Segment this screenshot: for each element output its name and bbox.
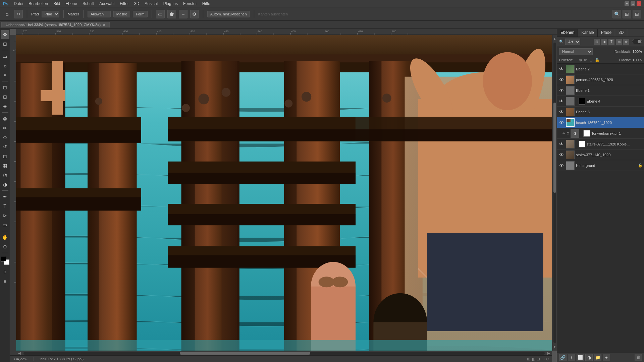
text-tool[interactable]: T bbox=[1, 202, 9, 210]
link-layers-btn[interactable]: 🔗 bbox=[559, 354, 567, 361]
layer-item-stairs-copy[interactable]: 👁 stairs-3771...1920 Kopie... bbox=[557, 139, 644, 149]
menu-fenster[interactable]: Fenster bbox=[183, 1, 197, 6]
layer-item-ebene2[interactable]: 👁 Ebene 2 bbox=[557, 64, 644, 74]
tab-kanaele[interactable]: Kanäle bbox=[578, 29, 597, 37]
workspace-icon[interactable]: ⊞ bbox=[623, 10, 631, 18]
scrollbar-horizontal[interactable]: ◀ ▶ bbox=[16, 351, 552, 355]
menu-3d[interactable]: 3D bbox=[134, 1, 139, 6]
maske-button[interactable]: Maske bbox=[113, 11, 130, 17]
menu-ebene[interactable]: Ebene bbox=[65, 1, 77, 6]
scrollbar-h-track[interactable] bbox=[23, 352, 545, 355]
status-icon-2[interactable]: ◧ bbox=[532, 357, 535, 361]
status-icon-5[interactable]: ⊙ bbox=[546, 357, 549, 361]
layer-item-ebene3[interactable]: 👁 Ebene 3 bbox=[557, 107, 644, 117]
heal-tool[interactable]: ◎ bbox=[1, 114, 9, 123]
tab-close-button[interactable]: ✕ bbox=[103, 23, 105, 27]
filter-adjust-icon[interactable]: ◑ bbox=[601, 39, 607, 45]
status-icon-4[interactable]: ⊕ bbox=[541, 357, 545, 361]
view-mode-icon[interactable]: ⊟ bbox=[633, 10, 641, 18]
brush-preset-button[interactable]: ⊙ bbox=[14, 10, 23, 18]
menu-datei[interactable]: Datei bbox=[14, 1, 23, 6]
filter-pixel-icon[interactable]: ⊟ bbox=[594, 39, 600, 45]
fix-brush-icon[interactable]: ✏ bbox=[584, 58, 587, 62]
menu-ansicht[interactable]: Ansicht bbox=[145, 1, 158, 6]
rect-select-tool[interactable]: ▭ bbox=[1, 52, 9, 61]
foreground-color-swatch[interactable] bbox=[1, 256, 6, 261]
status-icon-1[interactable]: ⊞ bbox=[527, 357, 530, 361]
layer-item-tonwert[interactable]: ✏ ⊙ ◑ Tonwerkorrektur 1 bbox=[557, 128, 644, 139]
menu-bearbeiten[interactable]: Bearbeiten bbox=[29, 1, 48, 6]
scroll-down-btn[interactable]: ▼ bbox=[553, 344, 556, 350]
menu-filter[interactable]: Filter bbox=[120, 1, 129, 6]
delete-layer-btn[interactable]: 🗑 bbox=[635, 354, 642, 361]
tab-pfade[interactable]: Pfade bbox=[598, 29, 615, 37]
menu-auswahl[interactable]: Auswahl bbox=[99, 1, 114, 6]
layer-item-ebene4[interactable]: 👁 Ebene 4 bbox=[557, 96, 644, 107]
scroll-up-btn[interactable]: ▲ bbox=[553, 36, 556, 42]
new-adjustment-btn[interactable]: ◑ bbox=[585, 354, 593, 361]
artboard-tool[interactable]: ⊡ bbox=[1, 40, 9, 48]
scrollbar-h-thumb[interactable] bbox=[180, 352, 310, 355]
brush-tool[interactable]: ✏ bbox=[1, 124, 9, 132]
menu-schrift[interactable]: Schrift bbox=[83, 1, 94, 6]
layer-visibility-ebene2[interactable]: 👁 bbox=[558, 66, 565, 72]
layer-item-stairs[interactable]: 👁 stairs-3771140_1920 bbox=[557, 149, 644, 160]
color-swatch[interactable] bbox=[1, 256, 9, 265]
layer-type-select[interactable]: Art bbox=[565, 39, 580, 45]
gradient-tool[interactable]: ▦ bbox=[1, 161, 9, 170]
menu-bild[interactable]: Bild bbox=[53, 1, 60, 6]
dodge-tool[interactable]: ◑ bbox=[1, 180, 9, 189]
scrollbar-v-thumb[interactable] bbox=[553, 103, 556, 193]
filter-shape-icon[interactable]: ▭ bbox=[616, 39, 622, 45]
autom-button[interactable]: Autom. hinzu-/löschen bbox=[207, 11, 250, 17]
tab-3d[interactable]: 3D bbox=[615, 29, 627, 37]
scroll-left-btn[interactable]: ◀ bbox=[17, 351, 22, 355]
fix-all-icon[interactable]: 🔒 bbox=[595, 58, 600, 62]
history-tool[interactable]: ↺ bbox=[1, 142, 9, 151]
crop-tool[interactable]: ⊡ bbox=[1, 83, 9, 92]
settings-icon[interactable]: ⚙ bbox=[190, 10, 199, 18]
hand-tool[interactable]: ✋ bbox=[1, 233, 9, 242]
rect-select-icon[interactable]: ▭ bbox=[156, 10, 165, 18]
layer-item-beach[interactable]: 👁 beach-1867524_1920 bbox=[557, 117, 644, 128]
blur-tool[interactable]: ◔ bbox=[1, 171, 9, 179]
magic-wand-tool[interactable]: ✦ bbox=[1, 71, 9, 79]
path-select[interactable]: Pfad bbox=[42, 11, 59, 17]
pen-path-icon[interactable]: ⬟ bbox=[167, 10, 176, 18]
scrollbar-vertical[interactable]: ▲ ▼ bbox=[552, 35, 557, 351]
fix-position-icon[interactable]: ⊕ bbox=[579, 58, 582, 62]
blend-mode-select[interactable]: Normal bbox=[559, 48, 593, 55]
quick-mask-btn[interactable]: ⊙ bbox=[1, 267, 9, 276]
menu-plugins[interactable]: Plug-ins bbox=[163, 1, 178, 6]
auswahl-button[interactable]: Auswahl... bbox=[88, 11, 111, 17]
tab-ebenen[interactable]: Ebenen bbox=[557, 29, 578, 37]
status-icon-3[interactable]: ⊟ bbox=[537, 357, 540, 361]
canvas-area[interactable]: 370 380 390 400 410 bbox=[10, 29, 557, 362]
canvas-content[interactable] bbox=[16, 35, 552, 351]
close-button[interactable]: ✕ bbox=[637, 1, 641, 6]
layer-visibility-person[interactable]: 👁 bbox=[558, 77, 565, 83]
maximize-button[interactable]: □ bbox=[631, 1, 635, 6]
layer-visibility-stairs-copy[interactable]: 👁 bbox=[558, 141, 565, 147]
screen-mode-btn[interactable]: ⊟ bbox=[1, 277, 9, 286]
search-icon[interactable]: 🔍 bbox=[612, 10, 621, 18]
add-style-btn[interactable]: ƒ bbox=[568, 354, 575, 361]
minimize-button[interactable]: − bbox=[625, 1, 629, 6]
layer-item-ebene1[interactable]: 👁 Ebene 1 bbox=[557, 85, 644, 96]
layer-visibility-beach[interactable]: 👁 bbox=[558, 120, 565, 126]
clone-tool[interactable]: ⊙ bbox=[1, 133, 9, 142]
filter-toggle[interactable] bbox=[632, 39, 642, 44]
add-mask-btn[interactable]: ⬜ bbox=[577, 354, 584, 361]
layer-visibility-ebene3[interactable]: 👁 bbox=[558, 109, 565, 115]
zoom-tool[interactable]: ⊕ bbox=[1, 242, 9, 251]
layer-visibility-stairs[interactable]: 👁 bbox=[558, 152, 565, 158]
filter-text-icon[interactable]: T bbox=[608, 39, 614, 45]
eraser-tool[interactable]: ◻ bbox=[1, 152, 9, 161]
new-layer-btn[interactable]: + bbox=[603, 354, 610, 361]
lasso-tool[interactable]: ⌀ bbox=[1, 61, 9, 70]
layer-visibility-hintergrund[interactable]: 👁 bbox=[558, 163, 565, 169]
layer-item-person[interactable]: 👁 person-4008516_1920 bbox=[557, 74, 644, 85]
layer-visibility-ebene4[interactable]: 👁 bbox=[558, 98, 565, 104]
filter-smart-icon[interactable]: ⊕ bbox=[623, 39, 629, 45]
scroll-right-btn[interactable]: ▶ bbox=[546, 351, 551, 355]
